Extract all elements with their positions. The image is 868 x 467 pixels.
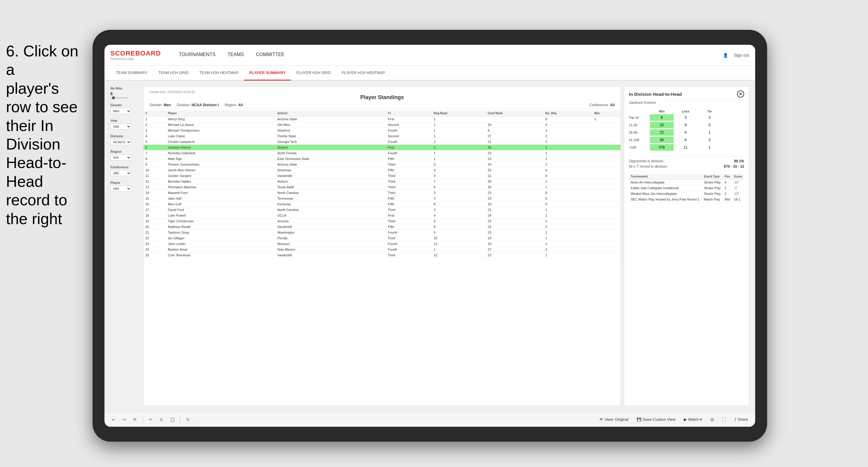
cell-school: Arizona <box>276 218 386 224</box>
year-select[interactable]: (All) <box>111 124 131 129</box>
tab-team-summary[interactable]: TEAM SUMMARY <box>111 66 153 81</box>
layout-btn[interactable]: ⊞ <box>708 415 716 424</box>
gender-select[interactable]: Men Women <box>111 108 131 114</box>
h2h-loss-cell: 3 <box>674 114 698 121</box>
cut-btn[interactable]: ✂ <box>147 415 155 424</box>
tab-team-h2h-grid[interactable]: TEAM H2H GRID <box>153 66 194 81</box>
cell-reg: 10 <box>432 236 486 241</box>
save-custom-btn[interactable]: 💾 Save Custom View <box>634 416 678 423</box>
table-row[interactable]: 2 Michael La Sasse Ole Miss Second 1 19 … <box>144 122 621 128</box>
redo-btn[interactable]: ↪ <box>120 415 128 424</box>
table-row[interactable]: 10 Jacob Moe-Olesen Arkansas Fifth 4 25 … <box>144 167 621 173</box>
col-school: School <box>276 111 386 116</box>
cell-num: 5 <box>144 139 166 145</box>
paste-btn[interactable]: 📋 <box>168 415 177 424</box>
table-row[interactable]: 11 Gordon Sargent Vanderbilt Third 4 21 … <box>144 173 621 179</box>
table-row[interactable]: 1 Wenyi Ding Arizona State First 1 8 1 <box>144 116 621 122</box>
cell-conf: 24 <box>486 162 544 167</box>
table-row[interactable]: 5 Christo Lamprecht Georgia Tech Fourth … <box>144 139 621 145</box>
redo2-btn[interactable]: ⟳ <box>131 415 139 424</box>
filter-division: Division: NCAA Division I <box>177 103 218 107</box>
watch-btn[interactable]: ▶ Watch ▾ <box>681 416 705 423</box>
nav-teams[interactable]: TEAMS <box>221 45 250 66</box>
table-row[interactable]: 23 Jack Lundin Missouri Fourth 11 24 1 <box>144 241 621 247</box>
secondary-nav: TEAM SUMMARY TEAM H2H GRID TEAM H2H HEAT… <box>104 66 755 81</box>
cell-player: Phichaksn Maichon <box>166 184 276 190</box>
table-row[interactable]: 4 Luke Claton Florida State Second 1 27 … <box>144 133 621 139</box>
table-row[interactable]: 17 David Ford North Carolina Third 3 21 … <box>144 207 621 213</box>
tab-player-summary[interactable]: PLAYER SUMMARY <box>244 66 291 81</box>
cell-player: Jack Lundin <box>166 241 276 247</box>
cell-school: Arizona State <box>276 162 386 167</box>
table-row[interactable]: 13 Phichaksn Maichon Texas A&M Third 6 3… <box>144 184 621 190</box>
table-row[interactable]: 21 Taehoon Song Washington Fourth 6 23 1 <box>144 230 621 236</box>
nav-committee[interactable]: COMMITTEE <box>250 45 290 66</box>
cell-win <box>592 173 621 179</box>
fullscreen-btn[interactable]: ⛶ <box>720 415 728 424</box>
nav-tournaments[interactable]: TOURNAMENTS <box>173 45 221 66</box>
cell-school: Vanderbilt <box>276 224 386 230</box>
cell-rds: 1 <box>544 145 592 150</box>
cell-player: Michael La Sasse <box>166 122 276 128</box>
region-select[interactable]: N/A <box>111 155 131 160</box>
table-row[interactable]: 3 Michael Thorbjornsen Stanford Fourth 1… <box>144 128 621 133</box>
cell-player: Wenyi Ding <box>166 116 276 122</box>
h2h-loss-cell: 4 <box>674 129 698 136</box>
tab-player-h2h-grid[interactable]: PLAYER H2H GRID <box>291 66 336 81</box>
panel-header: Update time: 27/03/2024 16:56:26 Player … <box>144 87 621 111</box>
tourn-score: -17 <box>732 191 744 197</box>
standings-table: # Player School Yr Reg Rank Conf Rank No… <box>144 111 621 406</box>
sign-out-btn[interactable]: Sign out <box>734 53 749 58</box>
filters-row: Gender: Men Division: NCAA Division I Re… <box>150 102 615 108</box>
no-rds-slider[interactable] <box>111 97 128 98</box>
h2h-divider-2 <box>629 171 744 171</box>
table-row[interactable]: 14 Maxwell Ford North Carolina Third 3 2… <box>144 190 621 196</box>
cell-reg: 6 <box>432 184 486 190</box>
h2h-close-btn[interactable]: ✕ <box>737 90 744 98</box>
conference-select[interactable]: (All) <box>111 170 131 176</box>
tab-player-h2h-heatmap[interactable]: PLAYER H2H HEATMAP <box>336 66 391 81</box>
region-filter-label: Region: <box>225 103 237 107</box>
h2h-rank-label: 51-100 <box>629 138 650 142</box>
cell-rds: 0 <box>544 201 592 207</box>
undo-btn[interactable]: ↩ <box>109 415 118 424</box>
h2h-data-row: 11-25 20 9 5 <box>629 122 744 128</box>
h2h-wl-value: 674 - 33 - 12 <box>724 164 744 168</box>
table-row[interactable]: 22 Ian Gilligan Florida Third 10 24 1 <box>144 236 621 241</box>
table-row[interactable]: 16 Alex Goff Kentucky Fifth 8 19 0 <box>144 201 621 207</box>
slider-thumb <box>112 96 115 99</box>
division-filter-label: Division: <box>177 103 190 107</box>
h2h-rank-label: 26-50 <box>629 131 650 134</box>
table-row[interactable]: 7 Nicholas Gabrelcik North Florida Fourt… <box>144 150 621 156</box>
h2h-table-area: Win Loss Tie Top 10 8 3 2 11-25 20 9 5 2… <box>624 107 749 154</box>
refresh-btn[interactable]: ↻ <box>184 415 192 424</box>
cell-rds: 1 <box>544 179 592 184</box>
table-row[interactable]: 8 Mats Ege East Tennessee State Fifth 1 … <box>144 156 621 162</box>
table-row[interactable]: 20 Matthew Riedel Vanderbilt Fifth 8 23 … <box>144 224 621 230</box>
tab-team-h2h-heatmap[interactable]: TEAM H2H HEATMAP <box>194 66 244 81</box>
logo-area: SCOREBOARD Powered by clippi <box>111 50 161 61</box>
cell-player: Jacob Moe-Olesen <box>166 167 276 173</box>
table-row[interactable]: 15 Jake Hall Tennessee Fifth 3 23 0 <box>144 196 621 201</box>
table-row[interactable]: 12 Brendan Valdes Auburn Third 7 30 1 <box>144 179 621 184</box>
copy-btn[interactable]: ⎘ <box>157 415 166 424</box>
table-row[interactable]: 19 Tiger Christensen Arizona Third 8 23 … <box>144 218 621 224</box>
table-row[interactable]: 24 Bastien Amat New Mexico Fourth 1 27 2 <box>144 247 621 252</box>
view-original-btn[interactable]: 👁 View: Original <box>597 416 631 423</box>
cell-win <box>592 162 621 167</box>
table-row[interactable]: 9 Preston Summerhays Arizona State Third… <box>144 162 621 167</box>
division-select[interactable]: NCAA Division I <box>111 139 131 145</box>
cell-yr: Fifth <box>386 196 432 201</box>
cell-num: 17 <box>144 207 166 213</box>
table-row[interactable]: 6 Jackson Koivun Auburn First 1 30 1 <box>144 145 621 150</box>
cell-reg: 8 <box>432 224 486 230</box>
h2h-stats: Opponents in division: 98.1% W-L-T recor… <box>624 159 749 168</box>
table-row[interactable]: 18 Luke Powell UCLA First 4 24 1 <box>144 213 621 218</box>
player-select[interactable]: (All) <box>111 186 131 192</box>
cell-conf: 23 <box>486 224 544 230</box>
cell-reg: 1 <box>432 128 486 133</box>
cell-player: Preston Summerhays <box>166 162 276 167</box>
table-row[interactable]: 25 Cole Sherwood Vanderbilt Third 12 23 … <box>144 252 621 258</box>
share-btn[interactable]: ⤴ Share <box>732 416 750 423</box>
col-player: Player <box>166 111 276 116</box>
